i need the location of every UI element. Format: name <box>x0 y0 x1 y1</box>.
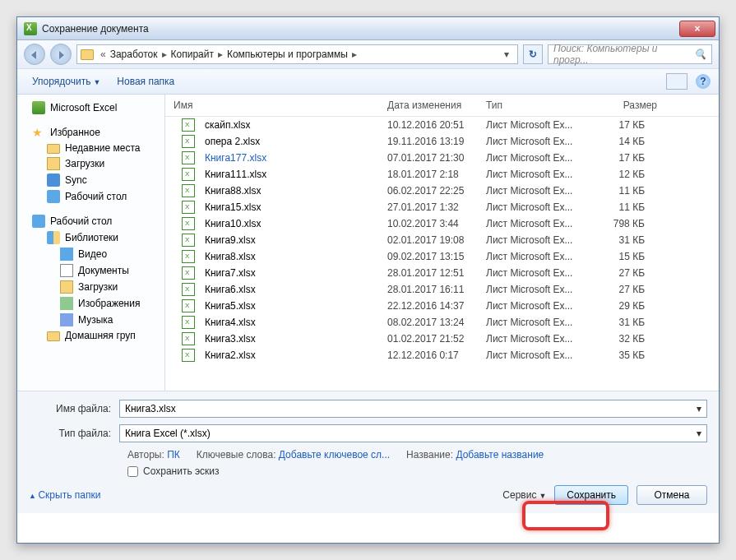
file-row[interactable]: Книга8.xlsx09.02.2017 13:15Лист Microsof… <box>165 248 719 265</box>
file-type: Лист Microsoft Ex... <box>481 152 596 164</box>
sidebar-item-images[interactable]: Изображения <box>17 295 164 312</box>
file-type: Лист Microsoft Ex... <box>481 349 596 361</box>
column-headers[interactable]: Имя Дата изменения Тип Размер <box>165 95 719 117</box>
file-name: Книга3.xlsx <box>200 333 382 345</box>
file-name: Книга4.xlsx <box>200 317 382 328</box>
file-row[interactable]: Книга177.xlsx07.01.2017 21:30Лист Micros… <box>165 150 719 166</box>
address-bar[interactable]: « Заработок ▸ Копирайт ▸ Компьютеры и пр… <box>76 44 518 64</box>
sidebar-item-excel[interactable]: Microsoft Excel <box>17 100 164 116</box>
organize-button[interactable]: Упорядочить▼ <box>25 73 107 90</box>
hide-folders-button[interactable]: Скрыть папки <box>29 489 100 501</box>
file-row[interactable]: Книга7.xlsx28.01.2017 12:51Лист Microsof… <box>165 265 719 281</box>
tools-dropdown[interactable]: Сервис▼ <box>502 489 546 501</box>
breadcrumb[interactable]: Заработок <box>108 49 160 60</box>
xlsx-icon <box>182 316 195 329</box>
filetype-label: Тип файла: <box>29 428 119 439</box>
title-label: Название: <box>406 449 453 460</box>
filetype-select[interactable]: Книга Excel (*.xlsx)▾ <box>119 424 707 442</box>
column-size[interactable]: Размер <box>596 100 662 111</box>
dropdown-icon[interactable]: ▾ <box>697 428 701 439</box>
file-row[interactable]: Книга15.xlsx27.01.2017 1:32Лист Microsof… <box>165 199 719 215</box>
tags-value[interactable]: Добавьте ключевое сл... <box>279 449 390 460</box>
save-button[interactable]: Сохранить <box>554 485 628 505</box>
breadcrumb[interactable]: Компьютеры и программы <box>225 49 350 60</box>
file-row[interactable]: опера 2.xlsx19.11.2016 13:19Лист Microso… <box>165 133 719 150</box>
refresh-button[interactable]: ↻ <box>523 44 543 64</box>
excel-icon <box>32 101 45 114</box>
file-date: 10.12.2016 20:51 <box>382 119 481 131</box>
file-row[interactable]: Книга2.xlsx12.12.2016 0:17Лист Microsoft… <box>165 347 719 363</box>
file-name: Книга177.xlsx <box>200 152 382 164</box>
sidebar-item-desktop[interactable]: Рабочий стол <box>17 213 164 229</box>
file-type: Лист Microsoft Ex... <box>481 185 596 197</box>
file-list[interactable]: скайп.xlsx10.12.2016 20:51Лист Microsoft… <box>165 117 719 391</box>
column-date[interactable]: Дата изменения <box>382 100 481 111</box>
chevron-icon: « <box>99 49 108 60</box>
authors-value[interactable]: ПК <box>167 449 180 460</box>
breadcrumb[interactable]: Копирайт <box>169 49 216 60</box>
file-type: Лист Microsoft Ex... <box>481 333 596 345</box>
new-folder-button[interactable]: Новая папка <box>110 73 181 90</box>
xlsx-icon <box>182 250 195 263</box>
save-dialog: Сохранение документа × « Заработок ▸ Коп… <box>16 16 720 544</box>
file-date: 19.11.2016 13:19 <box>382 136 481 147</box>
address-dropdown[interactable]: ▾ <box>499 49 514 60</box>
file-date: 10.02.2017 3:44 <box>382 218 481 229</box>
filename-input[interactable]: Книга3.xlsx▾ <box>119 400 707 418</box>
file-row[interactable]: Книга111.xlsx18.01.2017 2:18Лист Microso… <box>165 166 719 183</box>
file-size: 27 КБ <box>596 284 650 295</box>
xlsx-icon <box>182 283 195 296</box>
star-icon: ★ <box>32 126 45 139</box>
xlsx-icon <box>182 332 195 345</box>
file-date: 02.01.2017 19:08 <box>382 234 481 246</box>
file-row[interactable]: Книга5.xlsx22.12.2016 14:37Лист Microsof… <box>165 298 719 314</box>
column-type[interactable]: Тип <box>481 100 596 111</box>
sidebar-item-favorites[interactable]: ★Избранное <box>17 124 164 141</box>
sidebar-item-recent[interactable]: Недавние места <box>17 141 164 155</box>
file-name: Книга111.xlsx <box>200 169 382 180</box>
file-date: 27.01.2017 1:32 <box>382 201 481 213</box>
sidebar-item-homegroup[interactable]: Домашняя груп <box>17 328 164 343</box>
toolbar: Упорядочить▼ Новая папка ? <box>17 68 719 95</box>
forward-button[interactable] <box>50 44 72 65</box>
tags-label: Ключевые слова: <box>197 449 276 460</box>
file-size: 31 КБ <box>596 234 650 246</box>
file-row[interactable]: скайп.xlsx10.12.2016 20:51Лист Microsoft… <box>165 117 719 133</box>
file-type: Лист Microsoft Ex... <box>481 119 596 131</box>
sidebar-item-music[interactable]: Музыка <box>17 312 164 328</box>
file-row[interactable]: Книга4.xlsx08.02.2017 13:24Лист Microsof… <box>165 314 719 331</box>
file-date: 07.01.2017 21:30 <box>382 152 481 164</box>
sidebar-item-downloads[interactable]: Загрузки <box>17 279 164 295</box>
file-row[interactable]: Книга88.xlsx06.02.2017 22:25Лист Microso… <box>165 183 719 199</box>
sidebar-item-video[interactable]: Видео <box>17 246 164 262</box>
help-button[interactable]: ? <box>696 74 711 89</box>
column-name[interactable]: Имя <box>169 100 382 111</box>
cancel-button[interactable]: Отмена <box>636 485 707 505</box>
file-name: Книга7.xlsx <box>200 267 382 279</box>
save-thumbnail-checkbox[interactable] <box>127 466 138 477</box>
sidebar-item-sync[interactable]: Sync <box>17 172 164 188</box>
file-row[interactable]: Книга10.xlsx10.02.2017 3:44Лист Microsof… <box>165 215 719 232</box>
document-icon <box>60 264 73 277</box>
back-button[interactable] <box>24 44 45 65</box>
file-row[interactable]: Книга9.xlsx02.01.2017 19:08Лист Microsof… <box>165 232 719 248</box>
titlebar[interactable]: Сохранение документа × <box>17 17 719 40</box>
title-value[interactable]: Добавьте название <box>456 449 544 460</box>
close-button[interactable]: × <box>679 21 715 37</box>
sidebar-item-desktop[interactable]: Рабочий стол <box>17 188 164 205</box>
file-row[interactable]: Книга3.xlsx01.02.2017 21:52Лист Microsof… <box>165 331 719 347</box>
dropdown-icon[interactable]: ▾ <box>697 403 701 414</box>
sidebar-item-downloads[interactable]: Загрузки <box>17 155 164 172</box>
xlsx-icon <box>182 168 195 181</box>
libraries-icon <box>47 231 60 244</box>
file-name: Книга10.xlsx <box>200 218 382 229</box>
file-name: Книга2.xlsx <box>200 349 382 361</box>
file-name: Книга9.xlsx <box>200 234 382 246</box>
sidebar[interactable]: Microsoft Excel ★Избранное Недавние мест… <box>17 95 165 391</box>
file-row[interactable]: Книга6.xlsx28.01.2017 16:11Лист Microsof… <box>165 281 719 298</box>
search-input[interactable]: Поиск: Компьютеры и прогр... 🔍 <box>548 44 712 64</box>
sidebar-item-documents[interactable]: Документы <box>17 262 164 279</box>
view-options-button[interactable] <box>666 73 687 90</box>
sidebar-item-libraries[interactable]: Библиотеки <box>17 229 164 246</box>
xlsx-icon <box>182 151 195 164</box>
